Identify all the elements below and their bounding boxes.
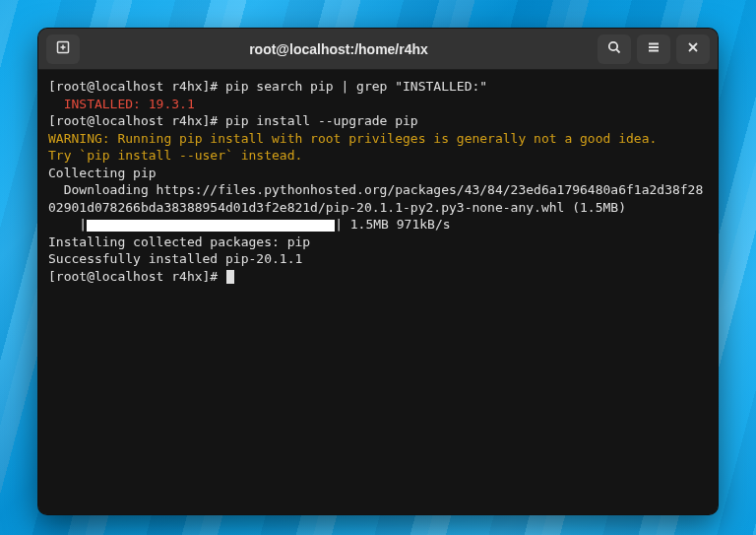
progress-prefix: | — [48, 217, 87, 232]
close-icon — [685, 39, 701, 59]
search-icon — [606, 39, 622, 59]
prompt: [root@localhost r4hx]# — [48, 113, 225, 128]
close-button[interactable] — [676, 34, 710, 64]
search-button[interactable] — [598, 34, 631, 64]
progress-suffix: | 1.5MB 971kB/s — [335, 217, 450, 232]
progress-bar — [87, 220, 335, 232]
svg-line-4 — [616, 49, 619, 52]
output-line: Successfully installed pip-20.1.1 — [48, 251, 302, 266]
titlebar: root@localhost:/home/r4hx — [38, 29, 718, 70]
new-tab-button[interactable] — [46, 34, 80, 64]
output-line: Downloading https://files.pythonhosted.o… — [48, 182, 703, 215]
svg-point-3 — [609, 41, 617, 49]
warning-line: WARNING: Running pip install with root p… — [48, 131, 657, 146]
warning-line: Try `pip install --user` instead. — [48, 148, 302, 163]
hamburger-icon — [646, 39, 662, 59]
output-line: Collecting pip — [48, 166, 157, 180]
new-tab-icon — [55, 39, 71, 59]
cursor — [226, 270, 234, 284]
terminal-window: root@localhost:/home/r4hx — [37, 28, 719, 515]
titlebar-right-group — [598, 34, 710, 64]
command-text: pip search pip | grep "INSTALLED:" — [225, 79, 487, 94]
menu-button[interactable] — [637, 34, 670, 64]
prompt: [root@localhost r4hx]# — [48, 269, 225, 284]
prompt: [root@localhost r4hx]# — [48, 79, 225, 94]
installed-version: 19.3.1 — [149, 97, 195, 111]
window-title: root@localhost:/home/r4hx — [88, 41, 590, 57]
installed-label: INSTALLED: — [48, 97, 149, 111]
output-line: Installing collected packages: pip — [48, 234, 310, 249]
command-text: pip install --upgrade pip — [225, 113, 418, 128]
terminal-output[interactable]: [root@localhost r4hx]# pip search pip | … — [38, 70, 718, 514]
